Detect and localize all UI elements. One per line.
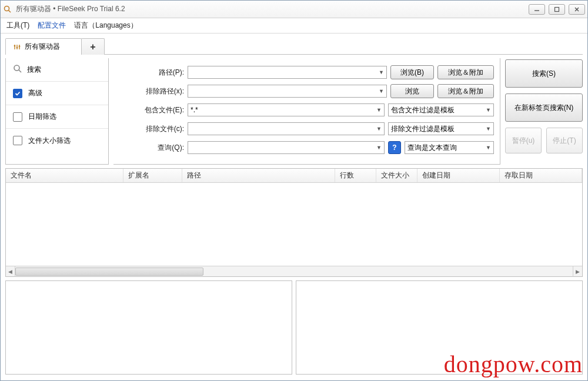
col-accessed[interactable]: 存取日期 <box>500 169 582 182</box>
query-input[interactable]: ▼ <box>188 141 385 154</box>
results-header: 文件名 扩展名 路径 行数 文件大小 创建日期 存取日期 <box>6 169 582 183</box>
col-filename[interactable]: 文件名 <box>6 169 123 182</box>
path-label: 路径(P): <box>119 68 184 78</box>
chevron-down-icon: ▼ <box>486 107 491 113</box>
checkbox-size-filter[interactable] <box>13 136 22 145</box>
col-size[interactable]: 文件大小 <box>376 169 417 182</box>
exclude-filter-mode[interactable]: 排除文件过滤是模板▼ <box>388 122 494 135</box>
plus-icon: + <box>90 42 95 52</box>
scroll-left-icon[interactable]: ◀ <box>6 266 15 277</box>
svg-point-10 <box>16 46 18 48</box>
search-form: 路径(P): ▼ 浏览(B) 浏览＆附加 排除路径(x): ▼ 浏览 浏览＆附加… <box>113 58 500 165</box>
actions-column: 搜索(S) 在新标签页搜索(N) 暂停(u) 停止(T) <box>505 58 583 165</box>
stop-button[interactable]: 停止(T) <box>546 128 583 153</box>
svg-line-1 <box>9 10 11 12</box>
svg-point-0 <box>5 6 9 11</box>
query-label: 查询(Q): <box>119 143 184 153</box>
results-hscroll[interactable]: ◀ ▶ <box>6 266 582 276</box>
chevron-down-icon: ▼ <box>486 126 491 132</box>
col-ext[interactable]: 扩展名 <box>123 169 182 182</box>
col-path[interactable]: 路径 <box>182 169 335 182</box>
results-table: 文件名 扩展名 路径 行数 文件大小 创建日期 存取日期 ◀ ▶ <box>5 168 583 277</box>
preview-right[interactable] <box>296 280 583 375</box>
preview-row <box>5 280 583 375</box>
browse-append-path-button[interactable]: 浏览＆附加 <box>437 65 494 79</box>
chevron-down-icon: ▼ <box>486 145 491 151</box>
content-area: 所有驱动器 + 搜索 高级 <box>1 34 587 380</box>
path-input[interactable]: ▼ <box>188 66 387 79</box>
svg-point-9 <box>14 45 16 46</box>
svg-point-12 <box>14 65 19 71</box>
search-icon <box>13 64 22 75</box>
side-panel: 搜索 高级 日期筛选 文件大小筛选 <box>5 58 109 165</box>
tab-strip: 所有驱动器 + <box>5 37 583 55</box>
chevron-down-icon: ▼ <box>379 69 384 75</box>
minimize-button[interactable] <box>529 4 545 15</box>
tab-add[interactable]: + <box>81 38 105 55</box>
include-file-input[interactable]: *.*▼ <box>188 103 385 116</box>
side-item-advanced[interactable]: 高级 <box>6 82 108 105</box>
col-lines[interactable]: 行数 <box>335 169 376 182</box>
app-icon <box>3 5 12 14</box>
app-window: 所有驱动器 • FileSeek Pro Trial 6.2 工具(T) 配置文… <box>0 0 588 381</box>
chevron-down-icon: ▼ <box>379 88 384 94</box>
menu-languages[interactable]: 语言（Languages） <box>74 21 137 31</box>
tab-all-drives[interactable]: 所有驱动器 <box>5 38 82 55</box>
chevron-down-icon: ▼ <box>376 145 382 151</box>
window-title: 所有驱动器 • FileSeek Pro Trial 6.2 <box>16 4 125 14</box>
scroll-right-icon[interactable]: ▶ <box>573 266 582 277</box>
chevron-down-icon: ▼ <box>376 107 382 113</box>
title-bar: 所有驱动器 • FileSeek Pro Trial 6.2 <box>1 1 587 18</box>
checkbox-advanced[interactable] <box>13 89 22 98</box>
query-help-button[interactable]: ? <box>388 141 401 154</box>
checkbox-date-filter[interactable] <box>13 112 22 122</box>
side-date-label: 日期筛选 <box>28 112 56 122</box>
results-body[interactable] <box>6 183 582 266</box>
search-new-tab-button[interactable]: 在新标签页搜索(N) <box>505 93 583 122</box>
scroll-thumb[interactable] <box>15 268 203 276</box>
exclude-path-label: 排除路径(x): <box>119 86 184 96</box>
side-item-size-filter[interactable]: 文件大小筛选 <box>6 129 108 152</box>
tab-label: 所有驱动器 <box>25 42 60 52</box>
svg-rect-3 <box>555 7 559 11</box>
preview-left[interactable] <box>5 280 292 375</box>
search-panel: 搜索 高级 日期筛选 文件大小筛选 <box>5 58 583 165</box>
side-search-header: 搜索 <box>6 58 108 82</box>
search-button[interactable]: 搜索(S) <box>505 59 583 88</box>
chevron-down-icon: ▼ <box>376 126 382 132</box>
col-created[interactable]: 创建日期 <box>417 169 500 182</box>
maximize-button[interactable] <box>549 4 565 15</box>
svg-line-13 <box>19 70 21 72</box>
close-button[interactable] <box>569 4 585 15</box>
menu-tools[interactable]: 工具(T) <box>6 21 29 31</box>
side-size-label: 文件大小筛选 <box>28 136 71 146</box>
exclude-file-label: 排除文件(c): <box>119 124 184 134</box>
include-filter-mode[interactable]: 包含文件过滤是模板▼ <box>388 103 494 116</box>
menu-profiles[interactable]: 配置文件 <box>38 21 66 31</box>
svg-point-11 <box>19 45 21 47</box>
pause-button[interactable]: 暂停(u) <box>505 128 542 153</box>
side-search-label: 搜索 <box>27 65 41 75</box>
side-item-date-filter[interactable]: 日期筛选 <box>6 105 108 129</box>
sliders-icon <box>13 43 21 51</box>
browse-append-exclude-button[interactable]: 浏览＆附加 <box>437 84 494 98</box>
query-mode[interactable]: 查询是文本查询▼ <box>405 141 494 154</box>
browse-path-button[interactable]: 浏览(B) <box>390 65 434 79</box>
include-file-value: *.* <box>191 106 198 114</box>
exclude-path-input[interactable]: ▼ <box>188 85 387 98</box>
menu-bar: 工具(T) 配置文件 语言（Languages） <box>1 18 587 34</box>
include-file-label: 包含文件(E): <box>119 105 184 115</box>
side-advanced-label: 高级 <box>28 88 42 98</box>
exclude-file-input[interactable]: ▼ <box>188 122 385 135</box>
browse-exclude-button[interactable]: 浏览 <box>390 84 434 98</box>
